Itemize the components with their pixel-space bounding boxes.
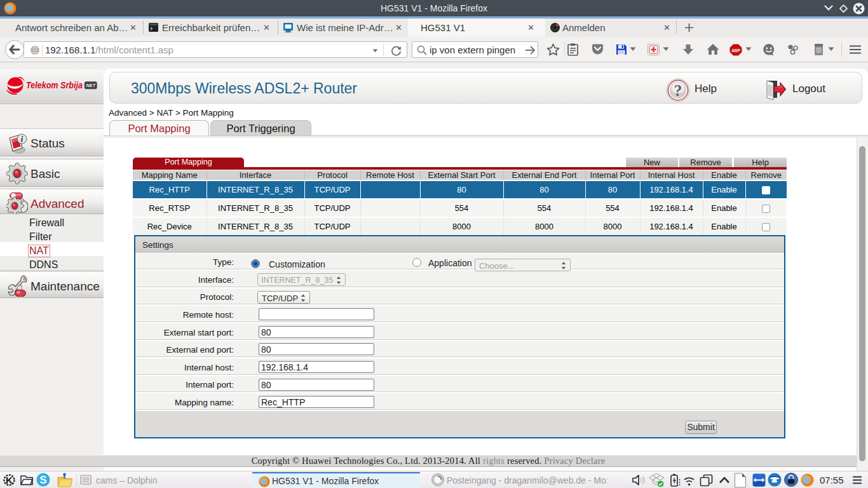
svg-text:ABP: ABP: [731, 48, 740, 53]
svg-text:i: i: [21, 135, 24, 144]
svg-text:NET: NET: [86, 83, 96, 88]
svg-text:S: S: [39, 474, 46, 485]
svg-text:K: K: [6, 475, 13, 485]
svg-text:Telekom Srbija: Telekom Srbija: [26, 80, 83, 90]
svg-text:?: ?: [674, 82, 682, 99]
